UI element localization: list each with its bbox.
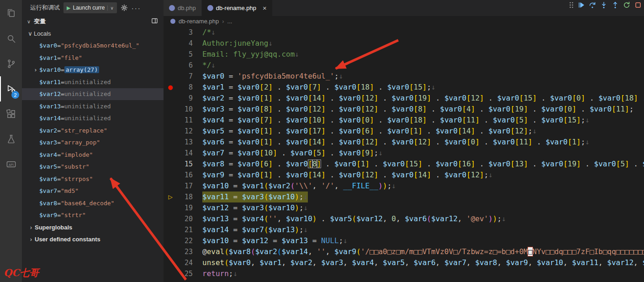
- gutter[interactable]: [164, 137, 177, 148]
- gutter[interactable]: [164, 148, 177, 159]
- code-line[interactable]: 22$var10 = $var12 = $var13 = NULL;↓: [164, 235, 644, 246]
- line-number[interactable]: 10: [177, 104, 193, 115]
- gutter[interactable]: [164, 38, 177, 49]
- code-line[interactable]: 19$var12 = $var3($var10);↓: [164, 202, 644, 213]
- gutter[interactable]: [164, 181, 177, 192]
- activity-run-and-debug-icon[interactable]: 2: [0, 76, 22, 101]
- code-line[interactable]: 17$var10 = $var1($var2('\\', '/', __FILE…: [164, 181, 644, 192]
- code-line[interactable]: 10$var3 = $var0[8] . $var0[12] . $var0[1…: [164, 104, 644, 115]
- gutter[interactable]: [164, 71, 177, 82]
- panel-layout-icon[interactable]: [151, 17, 158, 26]
- activity-testing-icon[interactable]: [0, 127, 22, 152]
- variable-row[interactable]: $var5 = "substr": [22, 161, 164, 173]
- gutter[interactable]: [164, 49, 177, 60]
- code-line[interactable]: 4Author:juneYang↓: [164, 38, 644, 49]
- line-number[interactable]: 16: [177, 170, 193, 181]
- stop-icon[interactable]: [633, 1, 643, 9]
- line-number[interactable]: 20: [177, 213, 193, 224]
- step-over-icon[interactable]: [587, 1, 597, 9]
- variable-row[interactable]: $var3 = "array_pop": [22, 137, 164, 149]
- step-out-icon[interactable]: [610, 1, 620, 9]
- line-number[interactable]: 15: [177, 159, 193, 170]
- scope-row-locals[interactable]: ∨Locals: [22, 27, 164, 40]
- gutter[interactable]: [164, 126, 177, 137]
- variable-row[interactable]: $var8 = "base64_decode": [22, 197, 164, 209]
- gutter[interactable]: [164, 224, 177, 235]
- code-line[interactable]: 25return;↓: [164, 268, 644, 279]
- breadcrumb-more[interactable]: ...: [227, 18, 232, 25]
- code-line[interactable]: ●8$var1 = $var0[2] . $var0[7] . $var0[18…: [164, 82, 644, 93]
- code-line[interactable]: 14$var7 = $var0[10] . $var0[5] . $var0[9…: [164, 148, 644, 159]
- gutter[interactable]: [164, 60, 177, 71]
- gutter[interactable]: [164, 27, 177, 38]
- code-line[interactable]: 5Email: fly_yyj@qq.com↓: [164, 49, 644, 60]
- code-line[interactable]: 16$var9 = $var0[1] . $var0[14] . $var0[1…: [164, 170, 644, 181]
- variables-section-header[interactable]: ∨ 变量: [22, 16, 164, 27]
- gutter[interactable]: [164, 104, 177, 115]
- variable-row[interactable]: $var4 = "implode": [22, 149, 164, 161]
- line-number[interactable]: 17: [177, 181, 193, 192]
- line-number[interactable]: 12: [177, 126, 193, 137]
- gutter[interactable]: [164, 246, 177, 257]
- line-number[interactable]: 8: [177, 82, 193, 93]
- line-number[interactable]: 4: [177, 38, 193, 49]
- variable-row[interactable]: $var12 = uninitialized: [22, 88, 164, 101]
- line-number[interactable]: 5: [177, 49, 193, 60]
- scope-row[interactable]: ›Superglobals: [22, 221, 164, 234]
- variable-row[interactable]: $var1 = "file": [22, 52, 164, 64]
- gutter[interactable]: [164, 202, 177, 213]
- line-number[interactable]: 7: [177, 71, 193, 82]
- code-line[interactable]: 7$var0 = 'psfcydbia5mor4te6ul_';↓: [164, 71, 644, 82]
- line-number[interactable]: 13: [177, 137, 193, 148]
- gutter[interactable]: [164, 170, 177, 181]
- variable-row[interactable]: $var13 = uninitialized: [22, 100, 164, 112]
- code-line[interactable]: 6*/↓: [164, 60, 644, 71]
- gutter[interactable]: [164, 257, 177, 268]
- tab-db-rename.php[interactable]: db-rename.php×: [202, 0, 273, 16]
- step-into-icon[interactable]: [599, 1, 609, 9]
- activity-extensions-icon[interactable]: [0, 101, 22, 127]
- line-number[interactable]: 9: [177, 93, 193, 104]
- breadcrumb[interactable]: db-rename.php › ...: [164, 16, 644, 26]
- continue-icon[interactable]: [576, 1, 586, 9]
- line-number[interactable]: 6: [177, 60, 193, 71]
- code-editor[interactable]: 3/*↓4Author:juneYang↓5Email: fly_yyj@qq.…: [164, 26, 644, 282]
- scope-row[interactable]: ›User defined constants: [22, 234, 164, 246]
- activity-search-icon[interactable]: [0, 26, 22, 51]
- line-number[interactable]: 14: [177, 148, 193, 159]
- line-number[interactable]: 19: [177, 202, 193, 213]
- close-icon[interactable]: ×: [263, 4, 267, 12]
- code-line[interactable]: 12$var5 = $var0[1] . $var0[17] . $var0[6…: [164, 126, 644, 137]
- code-line[interactable]: 9$var2 = $var0[1] . $var0[14] . $var0[12…: [164, 93, 644, 104]
- more-actions-icon[interactable]: ···: [132, 4, 141, 12]
- start-debug-icon[interactable]: ▶: [67, 5, 70, 11]
- gear-icon[interactable]: [121, 4, 128, 11]
- line-number[interactable]: 24: [177, 257, 193, 268]
- code-line[interactable]: 24unset($var0, $var1, $var2, $var3, $var…: [164, 257, 644, 268]
- code-line[interactable]: 23@eval($var8($var2($var14, '', $var9('/…: [164, 246, 644, 257]
- code-line[interactable]: 21$var14 = $var7($var13);↓: [164, 224, 644, 235]
- variable-row[interactable]: $var9 = "strtr": [22, 209, 164, 222]
- line-number[interactable]: 22: [177, 235, 193, 246]
- variable-row[interactable]: $var14 = uninitialized: [22, 112, 164, 125]
- code-line[interactable]: 15$var8 = $var0[6] . $var0[8] . $var0[1]…: [164, 159, 644, 170]
- variable-row[interactable]: $var6 = "strrpos": [22, 173, 164, 185]
- tab-db.php[interactable]: db.php: [164, 0, 202, 16]
- code-line[interactable]: 13$var6 = $var0[1] . $var0[14] . $var0[1…: [164, 137, 644, 148]
- activity-source-control-icon[interactable]: [0, 51, 22, 76]
- gutter[interactable]: [164, 159, 177, 170]
- line-number[interactable]: 11: [177, 115, 193, 126]
- line-number[interactable]: 3: [177, 27, 193, 38]
- variable-row[interactable]: $var11 = uninitialized: [22, 76, 164, 88]
- debug-config-dropdown[interactable]: ▶ Launch curre ∨: [63, 2, 117, 13]
- gutter[interactable]: [164, 115, 177, 126]
- debug-current-line-icon[interactable]: ▷: [164, 192, 177, 202]
- code-line[interactable]: 3/*↓: [164, 27, 644, 38]
- variable-row[interactable]: $var2 = "str_replace": [22, 124, 164, 137]
- variable-row[interactable]: $var0 = "psfcydbia5mor4te6ul_": [22, 40, 164, 52]
- activity-api-client-icon[interactable]: API: [0, 152, 22, 177]
- variable-row[interactable]: ›$var10 = array(27): [22, 64, 164, 76]
- line-number[interactable]: 18: [177, 192, 193, 202]
- breakpoint-icon[interactable]: ●: [164, 82, 177, 93]
- code-line[interactable]: ▷18$var11 = $var3($var10);↓: [164, 192, 644, 202]
